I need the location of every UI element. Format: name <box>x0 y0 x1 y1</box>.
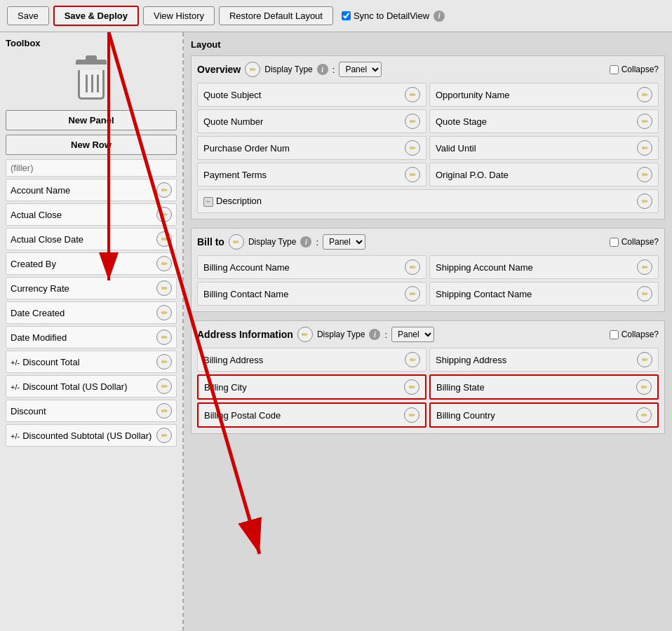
field-cell[interactable]: Billing Account Name✏ <box>197 255 426 279</box>
field-cell[interactable]: Billing Contact Name✏ <box>197 282 426 306</box>
toolbox-item[interactable]: (filler) <box>6 159 177 177</box>
field-cell[interactable]: Billing Postal Code✏ <box>197 402 426 428</box>
field-edit-icon[interactable]: ✏ <box>637 194 652 209</box>
field-cell[interactable]: Quote Stage✏ <box>429 109 659 133</box>
section-edit-overview[interactable]: ✏ <box>245 62 260 77</box>
display-type-label: Display Type <box>248 237 296 247</box>
collapse-label[interactable]: Collapse? <box>610 330 659 339</box>
edit-icon[interactable]: ✏ <box>156 182 172 198</box>
toolbox-item[interactable]: Actual Close✏ <box>6 203 177 226</box>
field-cell[interactable]: Quote Number✏ <box>197 109 426 133</box>
section-edit-billto[interactable]: ✏ <box>229 234 244 250</box>
field-edit-icon[interactable]: ✏ <box>637 286 652 301</box>
edit-icon[interactable]: ✏ <box>156 354 172 369</box>
field-edit-icon[interactable]: ✏ <box>405 140 420 156</box>
collapse-checkbox[interactable] <box>610 65 619 74</box>
field-cell[interactable]: Quote Subject✏ <box>197 83 426 107</box>
edit-icon[interactable]: ✏ <box>156 379 172 394</box>
edit-icon[interactable]: ✏ <box>156 280 172 296</box>
field-edit-icon[interactable]: ✏ <box>405 87 420 102</box>
edit-icon[interactable]: ✏ <box>156 256 172 271</box>
trash-lid <box>76 60 107 65</box>
toolbox-item-name: (filler) <box>11 163 34 173</box>
field-cell[interactable]: Valid Until✏ <box>429 136 659 160</box>
toolbox-item[interactable]: Account Name✏ <box>6 179 177 201</box>
toolbox-item[interactable]: Date Created✏ <box>6 301 177 324</box>
new-panel-button[interactable]: New Panel <box>6 110 177 130</box>
sync-checkbox[interactable] <box>342 11 351 20</box>
save-deploy-button[interactable]: Save & Deploy <box>53 6 139 26</box>
edit-icon[interactable]: ✏ <box>156 403 172 419</box>
field-edit-icon[interactable]: ✏ <box>637 167 652 182</box>
toolbox-title: Toolbox <box>6 38 177 48</box>
display-type-info-icon[interactable]: i <box>300 236 311 247</box>
edit-icon[interactable]: ✏ <box>156 231 172 247</box>
new-row-button[interactable]: New Row <box>6 135 177 155</box>
field-edit-icon[interactable]: ✏ <box>404 407 419 423</box>
collapse-label[interactable]: Collapse? <box>610 65 659 74</box>
field-cell[interactable]: Billing City✏ <box>197 374 426 400</box>
field-cell[interactable]: Purchase Order Num✏ <box>197 136 426 160</box>
restore-default-button[interactable]: Restore Default Layout <box>219 6 333 25</box>
display-type-select[interactable]: Panel <box>391 327 434 342</box>
edit-icon[interactable]: ✏ <box>156 305 172 320</box>
sync-info-icon[interactable]: i <box>434 11 445 22</box>
field-edit-icon[interactable]: ✏ <box>637 259 652 275</box>
toolbox-item[interactable]: Discount✏ <box>6 400 177 422</box>
toolbox-item[interactable]: Date Modified✏ <box>6 326 177 348</box>
field-cell[interactable]: Payment Terms✏ <box>197 163 426 186</box>
field-edit-icon[interactable]: ✏ <box>636 379 652 395</box>
field-cell[interactable]: Opportunity Name✏ <box>429 83 659 107</box>
top-bar: Save Save & Deploy View History Restore … <box>0 0 672 32</box>
sync-label[interactable]: Sync to DetailView <box>342 11 429 21</box>
display-type-select[interactable]: Panel <box>339 62 382 77</box>
field-cell[interactable]: −Description✏ <box>197 189 659 213</box>
field-cell[interactable]: Billing State✏ <box>429 374 659 400</box>
collapse-checkbox[interactable] <box>610 238 619 247</box>
toolbox-item[interactable]: Actual Close Date✏ <box>6 228 177 250</box>
field-edit-icon[interactable]: ✏ <box>404 379 419 395</box>
field-edit-icon[interactable]: ✏ <box>637 140 652 156</box>
edit-icon[interactable]: ✏ <box>156 330 172 345</box>
field-edit-icon[interactable]: ✏ <box>405 114 420 129</box>
field-cell-name: Billing State <box>436 382 485 393</box>
edit-icon[interactable]: ✏ <box>156 428 172 443</box>
collapse-checkbox[interactable] <box>610 330 619 339</box>
toolbox-item[interactable]: +/-Discounted Subtotal (US Dollar)✏ <box>6 424 177 447</box>
display-type-info-icon[interactable]: i <box>317 64 328 75</box>
field-cell[interactable]: Billing Country✏ <box>429 402 659 428</box>
fields-grid-billto: Billing Account Name✏Shipping Account Na… <box>197 255 659 306</box>
field-cell[interactable]: Shipping Address✏ <box>429 348 659 372</box>
field-edit-icon[interactable]: ✏ <box>637 114 652 129</box>
toolbox-item[interactable]: +/-Discount Total✏ <box>6 351 177 373</box>
toolbox-item-name: Account Name <box>11 185 70 196</box>
field-edit-icon[interactable]: ✏ <box>405 167 420 182</box>
toolbox-item[interactable]: +/-Discount Total (US Dollar)✏ <box>6 375 177 398</box>
toolbox-item[interactable]: Created By✏ <box>6 252 177 275</box>
field-cell[interactable]: Shipping Contact Name✏ <box>429 282 659 306</box>
field-edit-icon[interactable]: ✏ <box>405 259 420 275</box>
toolbox-item[interactable]: Currency Rate✏ <box>6 277 177 299</box>
field-cell-name: Billing Country <box>436 410 495 421</box>
field-edit-icon[interactable]: ✏ <box>405 352 420 367</box>
field-cell-name: Billing City <box>204 382 247 393</box>
field-edit-icon[interactable]: ✏ <box>636 407 652 423</box>
field-edit-icon[interactable]: ✏ <box>637 87 652 102</box>
field-cell-name: Shipping Account Name <box>436 262 533 273</box>
field-cell[interactable]: Shipping Account Name✏ <box>429 255 659 279</box>
display-type-info-icon[interactable]: i <box>369 329 380 340</box>
field-cell[interactable]: Original P.O. Date✏ <box>429 163 659 186</box>
display-type-select[interactable]: Panel <box>323 234 365 250</box>
section-edit-address[interactable]: ✏ <box>297 327 313 342</box>
save-button[interactable]: Save <box>7 6 49 25</box>
field-edit-icon[interactable]: ✏ <box>405 286 420 301</box>
section-billto: Bill to✏Display Typei:Panel Collapse?Bil… <box>191 228 665 312</box>
view-history-button[interactable]: View History <box>143 6 215 25</box>
collapse-label[interactable]: Collapse? <box>610 237 659 247</box>
field-edit-icon[interactable]: ✏ <box>637 352 652 367</box>
section-header-billto: Bill to✏Display Typei:Panel Collapse? <box>197 234 659 250</box>
trash-area <box>6 54 177 103</box>
edit-icon[interactable]: ✏ <box>156 207 172 222</box>
field-cell[interactable]: Billing Address✏ <box>197 348 426 372</box>
section-header-overview: Overview✏Display Typei:Panel Collapse? <box>197 62 659 77</box>
